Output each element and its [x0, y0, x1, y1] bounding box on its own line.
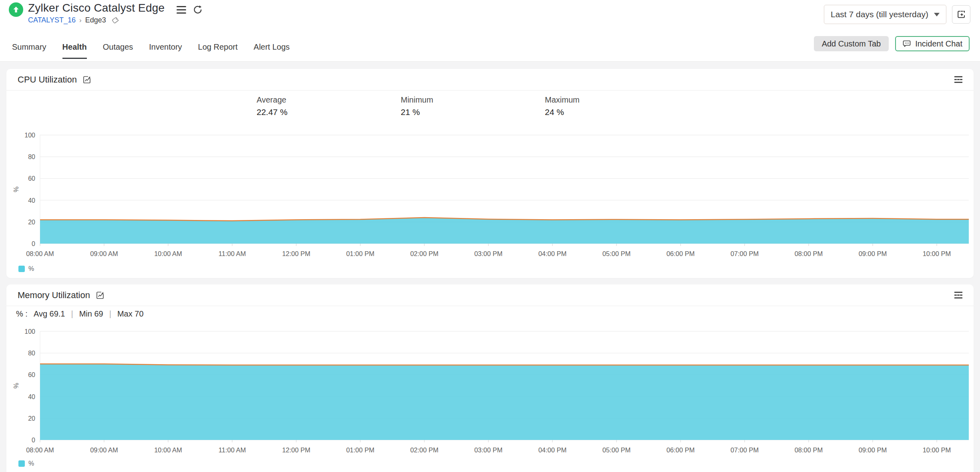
tab-bar: Summary Health Outages Inventory Log Rep… — [12, 42, 290, 59]
svg-text:11:00 AM: 11:00 AM — [219, 446, 246, 454]
cpu-panel-header: CPU Utilization — [6, 69, 974, 91]
device-status-up-icon — [9, 2, 23, 17]
memory-stat-min: Min 69 — [79, 309, 103, 319]
cpu-chart-legend[interactable]: % — [18, 265, 34, 272]
frame-sparkle-button[interactable] — [952, 5, 970, 24]
incident-chat-button[interactable]: Incident Chat — [895, 36, 970, 51]
memory-chart-legend[interactable]: % — [18, 460, 34, 467]
breadcrumb-separator: › — [79, 16, 82, 24]
svg-text:100: 100 — [24, 328, 35, 335]
svg-text:09:00 PM: 09:00 PM — [859, 250, 887, 257]
svg-text:40: 40 — [28, 393, 35, 400]
svg-text:01:00 PM: 01:00 PM — [346, 250, 375, 257]
memory-panel-title: Memory Utilization — [18, 290, 90, 301]
stat-value: 24 % — [545, 107, 689, 117]
tag-icon[interactable] — [111, 16, 119, 24]
svg-text:10:00 AM: 10:00 AM — [154, 446, 182, 454]
svg-text:20: 20 — [28, 219, 35, 226]
time-range-selector[interactable]: Last 7 days (till yesterday) — [824, 5, 946, 24]
page-title: Zylker Cisco Catalyst Edge — [28, 2, 165, 14]
legend-swatch — [18, 460, 25, 467]
svg-text:08:00 AM: 08:00 AM — [26, 446, 54, 454]
svg-text:%: % — [13, 186, 20, 192]
expand-chart-icon[interactable] — [82, 75, 91, 84]
cpu-chart[interactable]: 02040608010008:00 AM09:00 AM10:00 AM11:0… — [6, 129, 974, 261]
svg-text:10:00 PM: 10:00 PM — [923, 250, 951, 257]
svg-text:09:00 AM: 09:00 AM — [90, 250, 118, 257]
tab-outages[interactable]: Outages — [103, 42, 133, 59]
stat-label: Maximum — [545, 95, 689, 105]
stats-separator: | — [109, 309, 111, 319]
cpu-utilization-panel: CPU Utilization Average 22.47 % Minimum … — [6, 69, 974, 278]
expand-chart-icon[interactable] — [96, 291, 104, 300]
svg-text:06:00 PM: 06:00 PM — [667, 446, 695, 454]
svg-text:0: 0 — [32, 240, 35, 247]
svg-text:10:00 PM: 10:00 PM — [923, 446, 951, 454]
svg-text:08:00 AM: 08:00 AM — [26, 250, 54, 257]
cpu-panel-title: CPU Utilization — [18, 75, 77, 85]
title-menu-icon[interactable] — [177, 6, 186, 14]
time-range-value: Last 7 days (till yesterday) — [831, 10, 928, 19]
top-bar: Zylker Cisco Catalyst Edge CATALYST_16 ›… — [0, 0, 980, 62]
cpu-stats-row: Average 22.47 % Minimum 21 % Maximum 24 … — [257, 95, 689, 117]
svg-text:%: % — [13, 383, 20, 388]
memory-chart-context-menu-icon[interactable] — [954, 292, 962, 299]
svg-text:01:00 PM: 01:00 PM — [346, 446, 375, 454]
frame-sparkle-icon — [956, 9, 966, 20]
memory-stat-max: Max 70 — [117, 309, 144, 319]
cpu-stat-minimum: Minimum 21 % — [401, 95, 545, 117]
tab-alert-logs[interactable]: Alert Logs — [254, 42, 290, 59]
refresh-icon[interactable] — [193, 4, 203, 16]
stat-label: Minimum — [401, 95, 545, 105]
svg-text:02:00 PM: 02:00 PM — [410, 250, 439, 257]
svg-text:11:00 AM: 11:00 AM — [219, 250, 246, 257]
svg-text:100: 100 — [24, 132, 35, 139]
svg-text:12:00 PM: 12:00 PM — [282, 446, 311, 454]
memory-utilization-panel: Memory Utilization % : Avg 69.1 | Min 69… — [6, 284, 974, 472]
memory-chart[interactable]: 02040608010008:00 AM09:00 AM10:00 AM11:0… — [6, 325, 974, 458]
svg-text:40: 40 — [28, 197, 35, 204]
memory-stats-row: % : Avg 69.1 | Min 69 | Max 70 — [16, 309, 144, 319]
svg-text:08:00 PM: 08:00 PM — [795, 446, 823, 454]
svg-text:03:00 PM: 03:00 PM — [474, 446, 503, 454]
svg-text:60: 60 — [28, 371, 35, 378]
breadcrumb-parent-link[interactable]: CATALYST_16 — [28, 16, 76, 24]
breadcrumb-current: Edge3 — [85, 16, 106, 24]
memory-panel-header: Memory Utilization — [6, 284, 974, 306]
cpu-stat-average: Average 22.47 % — [257, 95, 401, 117]
add-custom-tab-button[interactable]: Add Custom Tab — [814, 36, 889, 51]
tab-log-report[interactable]: Log Report — [198, 42, 238, 59]
breadcrumb: CATALYST_16 › Edge3 — [28, 16, 119, 24]
cpu-stat-maximum: Maximum 24 % — [545, 95, 689, 117]
tab-inventory[interactable]: Inventory — [149, 42, 182, 59]
svg-text:05:00 PM: 05:00 PM — [602, 446, 631, 454]
svg-text:06:00 PM: 06:00 PM — [667, 250, 695, 257]
legend-label: % — [28, 460, 34, 467]
svg-text:03:00 PM: 03:00 PM — [474, 250, 503, 257]
memory-stat-avg: Avg 69.1 — [34, 309, 65, 319]
svg-text:20: 20 — [28, 415, 35, 422]
legend-label: % — [28, 265, 34, 272]
chat-bubble-icon — [902, 39, 911, 48]
svg-text:02:00 PM: 02:00 PM — [410, 446, 439, 454]
svg-text:80: 80 — [28, 350, 35, 357]
svg-text:0: 0 — [32, 437, 35, 444]
svg-text:07:00 PM: 07:00 PM — [731, 250, 759, 257]
svg-text:12:00 PM: 12:00 PM — [282, 250, 311, 257]
header-actions: Add Custom Tab Incident Chat — [814, 36, 970, 51]
cpu-chart-context-menu-icon[interactable] — [954, 76, 962, 83]
svg-text:09:00 PM: 09:00 PM — [859, 446, 887, 454]
svg-text:80: 80 — [28, 153, 35, 160]
svg-text:08:00 PM: 08:00 PM — [795, 250, 823, 257]
legend-swatch — [18, 266, 25, 272]
stats-separator: | — [71, 309, 73, 319]
svg-text:60: 60 — [28, 175, 35, 182]
tab-health[interactable]: Health — [62, 42, 87, 59]
svg-text:09:00 AM: 09:00 AM — [90, 446, 118, 454]
tab-summary[interactable]: Summary — [12, 42, 46, 59]
stat-value: 21 % — [401, 107, 545, 117]
memory-stats-prefix: % : — [16, 309, 28, 319]
svg-text:04:00 PM: 04:00 PM — [538, 250, 567, 257]
incident-chat-label: Incident Chat — [915, 39, 962, 48]
svg-text:07:00 PM: 07:00 PM — [731, 446, 759, 454]
